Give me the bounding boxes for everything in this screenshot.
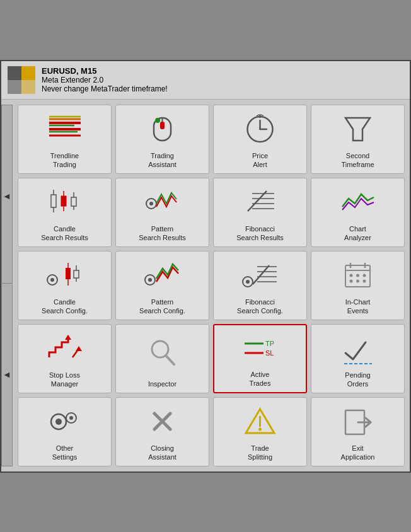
cell-trendline-trading[interactable]: TrendlineTrading	[18, 105, 112, 174]
svg-text:TP: TP	[265, 340, 274, 347]
cell-fibonacci-search-results[interactable]: FibonacciSearch Results	[213, 178, 307, 247]
button-grid: TrendlineTrading Tra	[18, 105, 405, 466]
cell-trade-splitting[interactable]: TradeSplitting	[213, 397, 307, 466]
trendline-label: TrendlineTrading	[50, 151, 79, 170]
header-text: EURUSD, M15 Meta Extender 2.0 Never chan…	[42, 66, 168, 93]
pattern-search-config-label: PatternSearch Config.	[139, 298, 185, 316]
svg-point-58	[356, 274, 359, 277]
cell-chart-analyzer[interactable]: ChartAnalyzer	[311, 178, 405, 247]
svg-point-57	[350, 274, 353, 277]
price-alert-icon	[216, 110, 304, 147]
trading-assistant-icon	[119, 110, 206, 147]
chart-analyzer-label: ChartAnalyzer	[344, 224, 371, 243]
cell-pattern-search-results[interactable]: PatternSearch Results	[115, 178, 209, 247]
svg-rect-3	[21, 80, 35, 94]
svg-marker-65	[65, 335, 71, 340]
svg-point-47	[148, 278, 152, 282]
active-trades-icon: TP SL	[217, 330, 303, 366]
svg-point-60	[350, 279, 353, 282]
svg-line-68	[166, 356, 174, 364]
cell-closing-assistant[interactable]: ClosingAssistant	[115, 397, 209, 466]
in-chart-events-label: In-ChartEvents	[345, 298, 371, 316]
in-chart-events-icon	[314, 257, 402, 294]
cell-pending-orders[interactable]: PendingOrders	[311, 324, 405, 393]
svg-point-82	[258, 427, 262, 431]
second-timeframe-label: SecondTimeframe	[341, 151, 374, 170]
warning-text: Never change MetaTrader timeframe!	[42, 84, 168, 93]
cell-candle-search-config[interactable]: CandleSearch Config.	[18, 251, 112, 320]
trading-assistant-label: TradingAssistant	[148, 151, 177, 170]
cell-in-chart-events[interactable]: In-ChartEvents	[311, 251, 405, 320]
product-name: Meta Extender 2.0	[42, 76, 168, 84]
exit-application-label: ExitApplication	[341, 444, 375, 462]
closing-assistant-icon	[119, 403, 206, 440]
svg-point-14	[155, 118, 160, 123]
grid-section: ◄ ◄ TrendlineTrading	[1, 100, 410, 471]
svg-point-61	[356, 279, 359, 282]
svg-point-32	[149, 202, 153, 205]
other-settings-icon	[21, 403, 108, 440]
pending-orders-label: PendingOrders	[345, 371, 370, 389]
fibonacci-search-config-label: FibonacciSearch Config.	[237, 298, 283, 316]
cell-fibonacci-search-config[interactable]: FibonacciSearch Config.	[213, 251, 307, 320]
fibonacci-config-icon	[216, 257, 304, 294]
pattern-search-icon	[119, 183, 206, 221]
candle-search-icon	[21, 183, 108, 221]
cell-price-alert[interactable]: PriceAlert	[213, 105, 307, 174]
pending-orders-icon	[314, 330, 402, 367]
active-trades-label: ActiveTrades	[250, 370, 271, 388]
exit-application-icon	[314, 403, 402, 440]
closing-assistant-label: ClosingAssistant	[148, 444, 177, 462]
fibonacci-icon	[216, 183, 304, 221]
fibonacci-search-results-label: FibonacciSearch Results	[236, 224, 284, 243]
stop-loss-icon	[21, 330, 108, 367]
app-logo	[8, 66, 35, 94]
svg-text:SL: SL	[265, 349, 274, 357]
cell-active-trades[interactable]: TP SL ActiveTrades	[213, 324, 307, 393]
svg-point-59	[363, 274, 366, 277]
svg-rect-23	[51, 195, 56, 207]
svg-point-75	[55, 419, 62, 425]
candle-config-icon	[21, 257, 108, 294]
svg-point-39	[50, 278, 54, 282]
app-window: EURUSD, M15 Meta Extender 2.0 Never chan…	[0, 60, 411, 473]
candle-search-results-label: CandleSearch Results	[41, 224, 88, 243]
svg-rect-13	[160, 122, 165, 129]
cell-other-settings[interactable]: OtherSettings	[18, 397, 112, 466]
cell-pattern-search-config[interactable]: PatternSearch Config.	[115, 251, 209, 320]
svg-rect-26	[61, 196, 66, 206]
trade-splitting-label: TradeSplitting	[248, 444, 272, 462]
pattern-search-results-label: PatternSearch Results	[139, 224, 186, 243]
svg-rect-1	[21, 66, 35, 80]
svg-rect-44	[74, 270, 79, 278]
nav-arrow-2[interactable]: ◄	[1, 283, 13, 466]
svg-rect-2	[8, 80, 21, 94]
cell-exit-application[interactable]: ExitApplication	[311, 397, 405, 466]
inspector-label: Inspector	[148, 379, 177, 388]
cell-second-timeframe[interactable]: SecondTimeframe	[311, 105, 405, 174]
cell-trading-assistant[interactable]: TradingAssistant	[115, 105, 209, 174]
pair-title: EURUSD, M15	[42, 66, 168, 76]
svg-point-77	[69, 416, 73, 420]
other-settings-label: OtherSettings	[52, 444, 78, 462]
second-timeframe-icon	[314, 110, 402, 147]
svg-line-33	[248, 191, 267, 211]
pattern-config-icon	[119, 257, 206, 294]
svg-rect-29	[71, 197, 76, 206]
svg-marker-66	[76, 346, 82, 351]
trade-splitting-icon	[216, 403, 304, 440]
svg-point-62	[363, 279, 366, 282]
trendline-icon	[21, 110, 108, 147]
svg-marker-20	[345, 118, 370, 141]
price-alert-label: PriceAlert	[252, 151, 268, 170]
stop-loss-manager-label: Stop LossManager	[49, 371, 80, 389]
cell-stop-loss-manager[interactable]: Stop LossManager	[18, 324, 112, 393]
cell-inspector[interactable]: Inspector	[115, 324, 209, 393]
header: EURUSD, M15 Meta Extender 2.0 Never chan…	[1, 61, 410, 100]
svg-rect-41	[66, 268, 71, 279]
chart-analyzer-icon	[314, 183, 402, 221]
cell-candle-search-results[interactable]: CandleSearch Results	[18, 178, 112, 247]
candle-search-config-label: CandleSearch Config.	[42, 298, 88, 316]
nav-arrow-1[interactable]: ◄	[1, 105, 13, 288]
svg-rect-0	[8, 66, 21, 80]
